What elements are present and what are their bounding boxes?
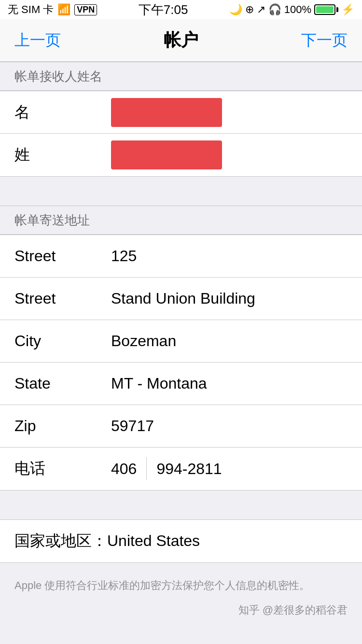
- forward-button[interactable]: 下一页: [301, 30, 348, 51]
- first-name-row[interactable]: 名: [0, 91, 362, 134]
- headphones-icon: 🎧: [268, 3, 281, 16]
- phone-divider: [146, 457, 147, 480]
- street1-value: 125: [111, 247, 348, 265]
- last-name-label: 姓: [14, 144, 111, 166]
- billing-name-title: 帐单接收人姓名: [14, 68, 102, 85]
- last-name-row[interactable]: 姓: [0, 134, 362, 176]
- status-time: 下午7:05: [139, 1, 188, 18]
- footer-text: Apple 使用符合行业标准的加密方法保护您个人信息的机密性。: [14, 577, 348, 593]
- status-left: 无 SIM 卡 📶 VPN: [8, 2, 97, 17]
- zip-value: 59717: [111, 417, 348, 435]
- city-value: Bozeman: [111, 332, 348, 350]
- location-icon: ⊕: [245, 3, 254, 16]
- phone-area-code: 406: [111, 460, 137, 478]
- spacer-1: [0, 177, 362, 206]
- back-button[interactable]: 上一页: [14, 30, 61, 51]
- country-text: 国家或地区：United States: [14, 531, 200, 552]
- street2-value: Stand Union Building: [111, 290, 348, 308]
- page-title: 帐户: [164, 28, 198, 52]
- zip-label: Zip: [14, 417, 111, 435]
- moon-icon: 🌙: [229, 3, 242, 16]
- spacer-2: [0, 490, 362, 519]
- status-bar: 无 SIM 卡 📶 VPN 下午7:05 🌙 ⊕ ↗ 🎧 100% ⚡: [0, 0, 362, 19]
- street1-label: Street: [14, 247, 111, 265]
- no-sim-text: 无 SIM 卡: [8, 2, 54, 17]
- billing-address-header: 帐单寄送地址: [0, 206, 362, 235]
- street2-row[interactable]: Street Stand Union Building: [0, 278, 362, 320]
- phone-label: 电话: [14, 458, 111, 479]
- battery-percentage: 100%: [284, 3, 311, 16]
- phone-value-group: 406 994-2811: [111, 457, 222, 480]
- billing-address-title: 帐单寄送地址: [14, 212, 90, 229]
- footer-credit: 知乎 @差很多的稻谷君: [14, 603, 348, 617]
- phone-number: 994-2811: [156, 460, 222, 478]
- street2-label: Street: [14, 290, 111, 308]
- street1-row[interactable]: Street 125: [0, 235, 362, 278]
- city-row[interactable]: City Bozeman: [0, 320, 362, 363]
- country-label: 国家或地区：: [14, 532, 107, 549]
- first-name-value[interactable]: [111, 98, 222, 127]
- last-name-value[interactable]: [111, 140, 222, 169]
- nav-bar: 上一页 帐户 下一页: [0, 19, 362, 62]
- first-name-label: 名: [14, 102, 111, 123]
- state-value: MT - Montana: [111, 375, 348, 392]
- arrow-icon: ↗: [257, 3, 265, 16]
- city-label: City: [14, 332, 111, 350]
- lightning-icon: ⚡: [341, 3, 354, 16]
- phone-row[interactable]: 电话 406 994-2811: [0, 448, 362, 490]
- footer: Apple 使用符合行业标准的加密方法保护您个人信息的机密性。 知乎 @差很多的…: [0, 563, 362, 627]
- billing-name-group: 名 姓: [0, 91, 362, 177]
- wifi-icon: 📶: [57, 3, 70, 16]
- country-value: United States: [107, 532, 200, 549]
- zip-row[interactable]: Zip 59717: [0, 405, 362, 448]
- country-section: 国家或地区：United States: [0, 519, 362, 563]
- state-row[interactable]: State MT - Montana: [0, 363, 362, 405]
- billing-name-header: 帐单接收人姓名: [0, 62, 362, 91]
- vpn-badge: VPN: [74, 4, 97, 15]
- status-right: 🌙 ⊕ ↗ 🎧 100% ⚡: [229, 3, 354, 16]
- billing-address-group: Street 125 Street Stand Union Building C…: [0, 235, 362, 490]
- state-label: State: [14, 375, 111, 392]
- battery-icon: [314, 4, 338, 15]
